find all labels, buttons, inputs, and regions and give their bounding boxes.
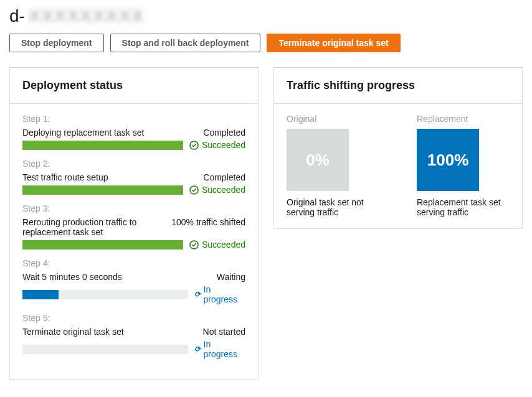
step-status: Completed bbox=[203, 172, 245, 182]
deployment-status-panel: Deployment status Step 1:Deploying repla… bbox=[9, 67, 259, 380]
traffic-replacement-percent: 100% bbox=[427, 151, 469, 170]
step-progress-fill bbox=[22, 290, 59, 299]
stop-deployment-button[interactable]: Stop deployment bbox=[9, 34, 104, 52]
step-progress-line: Succeeded bbox=[22, 140, 245, 150]
step-label: Step 1: bbox=[22, 114, 245, 124]
traffic-shifting-panel: Traffic shifting progress Original 0% Or… bbox=[273, 67, 523, 229]
step-description: Terminate original task set bbox=[22, 327, 191, 337]
step-status: Not started bbox=[203, 327, 245, 337]
step-result: ⟳In progress bbox=[194, 339, 245, 359]
step-result-text: In progress bbox=[204, 284, 245, 304]
step-result-text: Succeeded bbox=[202, 185, 245, 195]
traffic-replacement-desc: Replacement task set serving traffic bbox=[417, 197, 510, 217]
traffic-original-column: Original 0% Original task set not servin… bbox=[287, 114, 379, 217]
stop-rollback-button[interactable]: Stop and roll back deployment bbox=[110, 34, 261, 52]
title-prefix: d- bbox=[9, 6, 25, 26]
traffic-original-desc: Original task set not serving traffic bbox=[287, 197, 379, 217]
step-result: ⟳In progress bbox=[194, 284, 245, 304]
step-description: Test traffic route setup bbox=[22, 172, 191, 182]
step-progress-bar bbox=[22, 290, 188, 299]
check-circle-icon bbox=[189, 240, 199, 250]
step-label: Step 3: bbox=[22, 203, 245, 213]
step-progress-line: Succeeded bbox=[22, 185, 245, 195]
step-progress-line: ⟳In progress bbox=[22, 284, 245, 304]
step-description: Deploying replacement task set bbox=[22, 128, 191, 138]
action-button-row: Stop deployment Stop and roll back deplo… bbox=[9, 34, 523, 52]
step-result-text: Succeeded bbox=[202, 140, 245, 150]
check-circle-icon bbox=[189, 141, 199, 150]
traffic-replacement-column: Replacement 100% Replacement task set se… bbox=[417, 114, 510, 217]
loading-icon: ⟳ bbox=[194, 345, 201, 353]
step-result: Succeeded bbox=[189, 240, 245, 250]
step-progress-fill bbox=[22, 185, 183, 195]
step-progress-line: ⟳In progress bbox=[22, 339, 245, 359]
step-description-row: Test traffic route setupCompleted bbox=[22, 172, 245, 182]
step-status: Completed bbox=[203, 128, 245, 138]
step-status: 100% traffic shifted bbox=[171, 217, 245, 237]
terminate-task-set-button[interactable]: Terminate original task set bbox=[267, 34, 400, 52]
traffic-replacement-box: 100% bbox=[417, 129, 479, 191]
step-result: Succeeded bbox=[189, 140, 245, 150]
deployment-step: Step 4:Wait 5 minutes 0 secondsWaiting⟳I… bbox=[22, 258, 245, 304]
step-result-text: Succeeded bbox=[202, 240, 245, 250]
step-label: Step 2: bbox=[22, 159, 245, 169]
step-progress-bar bbox=[22, 240, 183, 250]
traffic-original-box: 0% bbox=[287, 129, 349, 191]
traffic-shifting-header: Traffic shifting progress bbox=[274, 68, 522, 104]
step-progress-bar bbox=[22, 141, 183, 150]
loading-icon: ⟳ bbox=[194, 290, 201, 299]
page-title: d- XXXXXXXXX bbox=[9, 6, 523, 26]
traffic-replacement-label: Replacement bbox=[417, 114, 510, 124]
deployment-status-header: Deployment status bbox=[10, 68, 258, 104]
step-description: Rerouting production traffic to replacem… bbox=[22, 217, 159, 237]
step-label: Step 5: bbox=[22, 313, 245, 323]
step-description-row: Terminate original task setNot started bbox=[22, 327, 245, 337]
deployment-step: Step 3:Rerouting production traffic to r… bbox=[22, 203, 245, 250]
step-label: Step 4: bbox=[22, 258, 245, 268]
traffic-original-percent: 0% bbox=[306, 151, 330, 170]
step-progress-fill bbox=[22, 240, 183, 250]
deployment-step: Step 1:Deploying replacement task setCom… bbox=[22, 114, 245, 150]
step-progress-bar bbox=[22, 185, 183, 195]
step-progress-bar bbox=[22, 345, 188, 354]
step-description-row: Wait 5 minutes 0 secondsWaiting bbox=[22, 272, 245, 282]
check-circle-icon bbox=[189, 185, 199, 195]
step-progress-line: Succeeded bbox=[22, 240, 245, 250]
step-description-row: Rerouting production traffic to replacem… bbox=[22, 217, 245, 237]
deployment-step: Step 5:Terminate original task setNot st… bbox=[22, 313, 245, 359]
title-obscured-id: XXXXXXXXX bbox=[29, 6, 145, 26]
step-result-text: In progress bbox=[204, 339, 245, 359]
step-result: Succeeded bbox=[189, 185, 245, 195]
step-description-row: Deploying replacement task setCompleted bbox=[22, 128, 245, 138]
deployment-step: Step 2:Test traffic route setupCompleted… bbox=[22, 159, 245, 195]
step-description: Wait 5 minutes 0 seconds bbox=[22, 272, 204, 282]
step-status: Waiting bbox=[217, 272, 245, 282]
traffic-original-label: Original bbox=[287, 114, 379, 124]
step-progress-fill bbox=[22, 141, 183, 150]
